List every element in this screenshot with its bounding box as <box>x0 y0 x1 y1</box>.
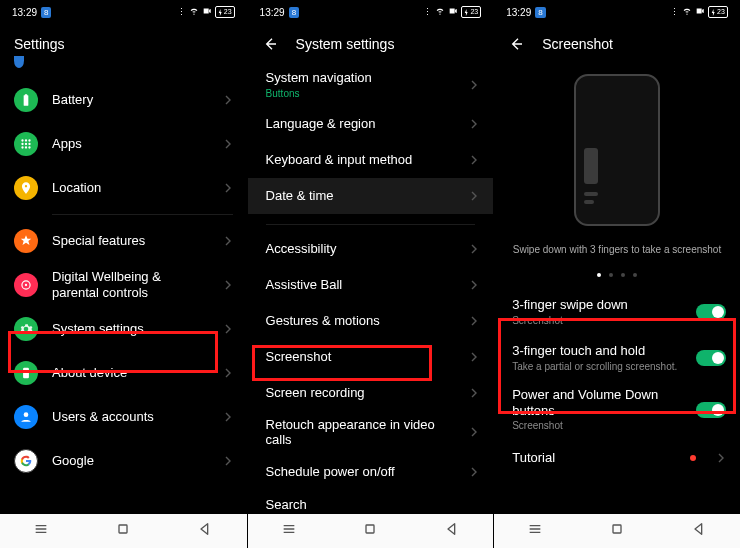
row-keyboard-input[interactable]: Keyboard & input method <box>248 142 494 178</box>
svg-point-1 <box>25 139 27 141</box>
row-apps[interactable]: Apps <box>0 122 247 166</box>
nav-bar <box>248 514 494 548</box>
svg-point-4 <box>25 143 27 145</box>
chevron-right-icon <box>225 368 233 378</box>
row-label: Tutorial <box>512 450 676 466</box>
home-button[interactable] <box>362 521 378 541</box>
row-subtitle: Screenshot <box>512 420 682 432</box>
svg-rect-15 <box>613 525 621 533</box>
home-button[interactable] <box>609 521 625 541</box>
row-google[interactable]: Google <box>0 439 247 483</box>
row-label: Google <box>52 453 211 469</box>
toggle-3-finger-swipe-down[interactable]: 3-finger swipe down Screenshot <box>494 289 740 335</box>
divider <box>266 224 476 225</box>
gesture-illustration: Swipe down with 3 fingers to take a scre… <box>494 64 740 289</box>
row-search[interactable]: Search <box>248 490 494 514</box>
row-gestures-motions[interactable]: Gestures & motions <box>248 303 494 339</box>
home-button[interactable] <box>115 521 131 541</box>
row-users-accounts[interactable]: Users & accounts <box>0 395 247 439</box>
battery-indicator: 23 <box>708 6 728 18</box>
row-label: Schedule power on/off <box>266 464 458 480</box>
row-accessibility[interactable]: Accessibility <box>248 231 494 267</box>
header: Screenshot <box>494 24 740 64</box>
row-assistive-ball[interactable]: Assistive Ball <box>248 267 494 303</box>
row-label: Screenshot <box>266 349 458 365</box>
notification-dot <box>690 455 696 461</box>
row-language-region[interactable]: Language & region <box>248 106 494 142</box>
battery-indicator: 23 <box>215 6 235 18</box>
svg-point-0 <box>21 139 23 141</box>
star-icon <box>14 229 38 253</box>
location-icon <box>14 176 38 200</box>
row-system-navigation[interactable]: System navigation Buttons <box>248 64 494 106</box>
apps-icon <box>14 132 38 156</box>
row-screen-recording[interactable]: Screen recording <box>248 375 494 411</box>
row-label: Special features <box>52 233 211 249</box>
header: System settings <box>248 24 494 64</box>
recents-button[interactable] <box>527 521 543 541</box>
page-indicator[interactable] <box>597 273 637 277</box>
svg-point-10 <box>25 284 27 286</box>
row-subtitle: Screenshot <box>512 315 682 327</box>
screen-screenshot: 13:29 8 ⋮ 23 Screenshot <box>493 0 740 548</box>
chevron-right-icon <box>718 453 726 463</box>
google-icon <box>14 449 38 473</box>
svg-rect-14 <box>366 525 374 533</box>
row-label: Apps <box>52 136 211 152</box>
row-system-settings[interactable]: System settings <box>0 307 247 351</box>
battery-indicator: 23 <box>461 6 481 18</box>
status-time: 13:29 <box>260 7 285 18</box>
video-icon <box>695 6 705 18</box>
row-schedule-power[interactable]: Schedule power on/off <box>248 454 494 490</box>
toggle-switch[interactable] <box>696 350 726 366</box>
row-label: Retouch appearance in video calls <box>266 417 458 448</box>
notification-badge: 8 <box>289 7 299 18</box>
svg-point-6 <box>21 146 23 148</box>
row-about-device[interactable]: About device <box>0 351 247 395</box>
dot-1 <box>597 273 601 277</box>
system-settings-list: System navigation Buttons Language & reg… <box>248 64 494 514</box>
bluetooth-icon: ⋮ <box>177 7 186 17</box>
row-retouch-video-calls[interactable]: Retouch appearance in video calls <box>248 411 494 454</box>
chevron-right-icon <box>471 316 479 326</box>
row-tutorial[interactable]: Tutorial <box>494 438 740 478</box>
video-icon <box>448 6 458 18</box>
row-special-features[interactable]: Special features <box>0 219 247 263</box>
recents-button[interactable] <box>33 521 49 541</box>
row-label: Keyboard & input method <box>266 152 458 168</box>
chevron-right-icon <box>471 119 479 129</box>
row-date-time[interactable]: Date & time <box>248 178 494 214</box>
back-button[interactable] <box>197 521 213 541</box>
device-icon <box>14 361 38 385</box>
row-label: Search <box>266 497 480 513</box>
video-icon <box>202 6 212 18</box>
chevron-right-icon <box>471 467 479 477</box>
row-battery[interactable]: Battery <box>0 78 247 122</box>
back-arrow-icon[interactable] <box>262 36 278 52</box>
row-location[interactable]: Location <box>0 166 247 210</box>
back-button[interactable] <box>691 521 707 541</box>
toggle-power-volume-down[interactable]: Power and Volume Down buttons Screenshot <box>494 381 740 438</box>
settings-list: Battery Apps Location <box>0 64 247 514</box>
row-label: 3-finger touch and hold <box>512 343 682 359</box>
status-time: 13:29 <box>506 7 531 18</box>
row-screenshot[interactable]: Screenshot <box>248 339 494 375</box>
header: Settings <box>0 24 247 64</box>
chevron-right-icon <box>225 139 233 149</box>
toggle-switch[interactable] <box>696 304 726 320</box>
toggle-switch[interactable] <box>696 402 726 418</box>
back-button[interactable] <box>444 521 460 541</box>
chevron-right-icon <box>225 95 233 105</box>
recents-button[interactable] <box>281 521 297 541</box>
back-arrow-icon[interactable] <box>508 36 524 52</box>
notification-badge: 8 <box>41 7 51 18</box>
row-label: Screen recording <box>266 385 458 401</box>
svg-rect-13 <box>119 525 127 533</box>
wifi-icon <box>435 6 445 18</box>
toggle-3-finger-touch-hold[interactable]: 3-finger touch and hold Take a partial o… <box>494 335 740 381</box>
page-title: Settings <box>14 36 65 52</box>
row-digital-wellbeing[interactable]: Digital Wellbeing & parental controls <box>0 263 247 307</box>
page-title: System settings <box>296 36 395 52</box>
chevron-right-icon <box>225 412 233 422</box>
row-label: Battery <box>52 92 211 108</box>
